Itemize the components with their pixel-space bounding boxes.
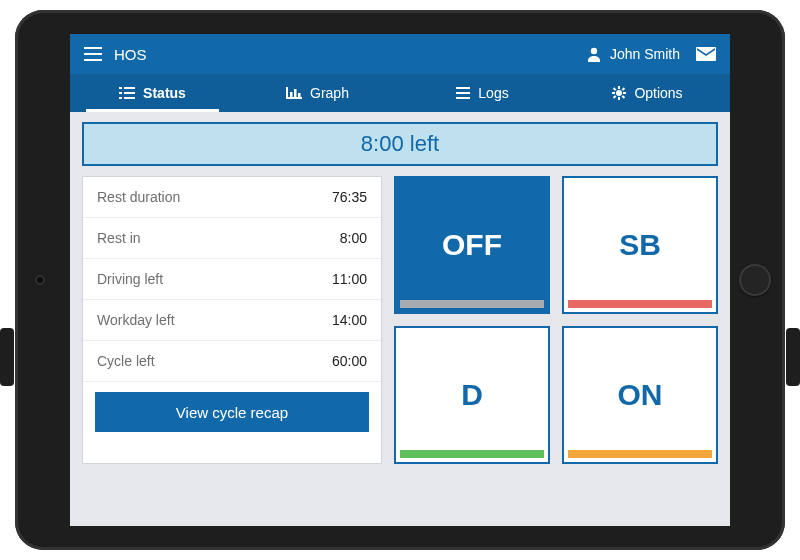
svg-rect-25 <box>622 95 626 99</box>
graph-icon <box>286 87 302 99</box>
duty-tile-d[interactable]: D <box>394 326 550 464</box>
stat-value: 76:35 <box>332 189 367 205</box>
svg-rect-16 <box>456 87 470 89</box>
tab-label: Status <box>143 85 186 101</box>
svg-rect-9 <box>124 92 135 94</box>
time-left-banner: 8:00 left <box>82 122 718 166</box>
app-bar: HOS John Smith <box>70 34 730 74</box>
svg-rect-6 <box>119 92 122 94</box>
app-screen: HOS John Smith Status <box>70 34 730 526</box>
tablet-home-button[interactable] <box>739 264 771 296</box>
content-area: 8:00 left Rest duration 76:35 Rest in 8:… <box>70 112 730 474</box>
svg-point-19 <box>616 90 622 96</box>
duty-tile-on[interactable]: ON <box>562 326 718 464</box>
tab-label: Graph <box>310 85 349 101</box>
duty-code: D <box>461 378 483 412</box>
svg-rect-8 <box>124 87 135 89</box>
mail-icon[interactable] <box>696 47 716 61</box>
dock-connector-right <box>786 328 800 386</box>
svg-rect-2 <box>84 59 102 61</box>
list-icon <box>119 87 135 99</box>
tab-options[interactable]: Options <box>565 74 730 112</box>
svg-rect-15 <box>298 93 301 97</box>
app-title: HOS <box>114 46 147 63</box>
svg-rect-22 <box>612 92 615 94</box>
tab-status[interactable]: Status <box>70 74 235 112</box>
svg-rect-13 <box>290 92 293 97</box>
stat-label: Rest duration <box>97 189 180 205</box>
stat-label: Rest in <box>97 230 141 246</box>
logs-icon <box>456 87 470 99</box>
tab-bar: Status Graph Logs <box>70 74 730 112</box>
stat-row: Rest duration 76:35 <box>83 177 381 218</box>
duty-status-grid: OFF SB D ON <box>394 176 718 464</box>
dock-connector-left <box>0 328 14 386</box>
tab-label: Logs <box>478 85 508 101</box>
duty-tile-off[interactable]: OFF <box>394 176 550 314</box>
svg-rect-5 <box>119 87 122 89</box>
tab-label: Options <box>634 85 682 101</box>
duty-tile-sb[interactable]: SB <box>562 176 718 314</box>
stat-value: 60:00 <box>332 353 367 369</box>
view-cycle-recap-button[interactable]: View cycle recap <box>95 392 369 432</box>
svg-rect-27 <box>613 95 617 99</box>
svg-rect-0 <box>84 47 102 49</box>
tablet-frame: HOS John Smith Status <box>15 10 785 550</box>
svg-rect-1 <box>84 53 102 55</box>
svg-rect-14 <box>294 89 297 97</box>
stat-value: 14:00 <box>332 312 367 328</box>
time-left-text: 8:00 left <box>361 131 439 157</box>
stat-row: Cycle left 60:00 <box>83 341 381 382</box>
svg-rect-7 <box>119 97 122 99</box>
user-block[interactable]: John Smith <box>586 46 680 62</box>
svg-rect-18 <box>456 97 470 99</box>
duty-stripe <box>568 450 712 458</box>
stat-row: Driving left 11:00 <box>83 259 381 300</box>
tab-graph[interactable]: Graph <box>235 74 400 112</box>
svg-rect-10 <box>124 97 135 99</box>
stat-label: Cycle left <box>97 353 155 369</box>
stat-row: Rest in 8:00 <box>83 218 381 259</box>
tablet-camera <box>37 277 43 283</box>
svg-rect-23 <box>623 92 626 94</box>
stat-value: 11:00 <box>332 271 367 287</box>
duty-code: SB <box>619 228 661 262</box>
svg-rect-21 <box>618 97 620 100</box>
duty-code: ON <box>618 378 663 412</box>
gear-icon <box>612 86 626 100</box>
svg-rect-20 <box>618 86 620 89</box>
stat-label: Workday left <box>97 312 175 328</box>
svg-point-3 <box>591 48 597 54</box>
user-name: John Smith <box>610 46 680 62</box>
stats-panel: Rest duration 76:35 Rest in 8:00 Driving… <box>82 176 382 464</box>
svg-rect-17 <box>456 92 470 94</box>
duty-code: OFF <box>442 228 502 262</box>
svg-rect-26 <box>622 87 626 91</box>
stat-label: Driving left <box>97 271 163 287</box>
tab-logs[interactable]: Logs <box>400 74 565 112</box>
svg-rect-24 <box>613 87 617 91</box>
svg-rect-12 <box>286 97 302 99</box>
duty-stripe <box>400 300 544 308</box>
stat-row: Workday left 14:00 <box>83 300 381 341</box>
user-icon <box>586 46 602 62</box>
duty-stripe <box>400 450 544 458</box>
menu-icon[interactable] <box>84 47 102 61</box>
stat-value: 8:00 <box>340 230 367 246</box>
duty-stripe <box>568 300 712 308</box>
